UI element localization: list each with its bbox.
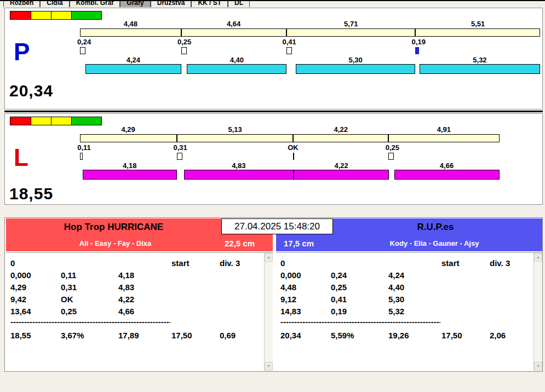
scroll-up-icon[interactable]: ▲: [265, 253, 273, 262]
pass-sensor-marker: [415, 47, 419, 54]
pass-time: OK: [61, 295, 118, 304]
total-time: 20,34: [280, 331, 331, 340]
tab-label: Kombi. Graf: [76, 1, 114, 7]
status-box-yellow: [31, 117, 51, 125]
totals-row: 20,34 5,59% 19,26 17,50 2,06: [280, 329, 533, 341]
status-box-yellow: [51, 117, 72, 125]
team-dogs-right: Kody - Elia - Gauner - Ajsy: [326, 239, 542, 247]
table-row: 0,000 0,11 4,18: [10, 269, 264, 281]
run-bar-segment: [83, 170, 177, 180]
run-bar-segment: [85, 64, 181, 74]
tab-cidla[interactable]: Cidla: [40, 1, 69, 7]
status-box-yellow: [51, 11, 72, 20]
race-timestamp: 27.04.2025 15:48:20: [221, 218, 333, 234]
team-panel-right: R.U.P.es 17,5 cm Kody - Elia - Gauner - …: [276, 218, 542, 371]
pass-time-label: 0,25: [177, 38, 191, 46]
run-time: 4,22: [118, 295, 171, 304]
split-time-label: 5,51: [471, 20, 485, 28]
team-panel-left: Hop Trop HURRICANE Ali - Easy - Fay - Di…: [6, 218, 273, 371]
scroll-up-icon[interactable]: ▲: [534, 253, 542, 262]
pass-time-label: 0,41: [283, 38, 296, 46]
col-zero: 0: [10, 258, 61, 268]
pass-time: 0,11: [61, 270, 118, 280]
run-time: 5,32: [388, 307, 441, 316]
split-time-label: 4,64: [227, 20, 240, 28]
tab-rozbeh[interactable]: Rozbeh: [3, 1, 40, 7]
status-box-red: [10, 117, 31, 125]
time-difference: 0,69: [220, 331, 264, 340]
pass-time-label: 0,19: [412, 38, 426, 46]
run-time: 4,24: [388, 270, 441, 280]
pass-sensor-marker: [177, 153, 182, 160]
split-bar-segment: [415, 28, 540, 37]
pass-sensor-marker: [293, 153, 294, 160]
cum-time: 0,000: [280, 270, 331, 280]
tab-label: Družstva: [157, 1, 185, 7]
race-table-right: 0 start div. 3 0,000 0,24 4,24 4,48 0,25: [276, 252, 542, 371]
scroll-down-icon[interactable]: ▼: [265, 362, 273, 371]
app-window: Rozbeh Cidla Kombi. Graf Grafy Družstva …: [0, 0, 545, 392]
table-scrollbar[interactable]: ▲ ▼: [533, 253, 542, 371]
run-time: 4,40: [388, 283, 441, 292]
tab-label: DL: [234, 1, 243, 7]
team-dogs-left: Ali - Easy - Fay - Dixa: [6, 239, 225, 247]
lane-l-chart: 4,29 5,13 4,22 4,91 0,11 0,31 OK 0,25: [80, 114, 540, 204]
table-row: 9,42 OK 4,22: [10, 293, 264, 305]
split-bar: [80, 134, 540, 142]
run-time-label: 4,22: [334, 162, 348, 170]
lane-divider: [4, 111, 543, 112]
table-row: 9,12 0,41 5,30: [280, 293, 533, 305]
pass-sensor-marker: [181, 47, 187, 54]
tab-kombi-graf[interactable]: Kombi. Graf: [70, 1, 121, 7]
table-separator: ----------------------------------------…: [280, 317, 440, 327]
tab-grafy[interactable]: Grafy: [120, 1, 150, 7]
pass-time: 0,31: [61, 283, 118, 292]
cum-time: 0,000: [10, 270, 61, 280]
scroll-down-icon[interactable]: ▼: [534, 362, 542, 371]
tab-kk-st[interactable]: KK / ST: [191, 1, 228, 7]
tab-dl[interactable]: DL: [228, 1, 250, 7]
jump-height-right: 17,5 cm: [276, 239, 326, 248]
reference-time: 17,50: [171, 331, 220, 340]
status-box-yellow: [31, 11, 51, 20]
split-bar-segment: [80, 28, 181, 37]
run-time: 5,30: [388, 295, 441, 304]
lane-l-total-time: 18,55: [9, 185, 53, 203]
lane-p-total-time: 20,34: [9, 82, 53, 100]
pass-time-label: 0,31: [173, 143, 187, 152]
split-time-label: 4,48: [124, 20, 137, 28]
table-scrollbar[interactable]: ▲ ▼: [264, 253, 273, 371]
run-bar-segment: [296, 64, 416, 74]
cum-time: 4,48: [280, 283, 331, 292]
split-time-label: 4,29: [122, 125, 135, 134]
lane-letter-p: P: [14, 40, 30, 64]
run-time-label: 4,24: [127, 56, 140, 64]
lane-panel-p: 4,48 4,64 5,71 5,51 0,24 0,25 0,41 0,19: [4, 8, 543, 109]
reference-time: 17,50: [441, 331, 490, 340]
col-zero: 0: [280, 258, 331, 268]
split-bar-segment: [293, 134, 388, 142]
table-header-row: 0 start div. 3: [280, 257, 533, 269]
total-percent: 3,67%: [61, 331, 118, 340]
lane-letter-l: L: [14, 146, 28, 170]
split-bar-segment: [286, 28, 416, 37]
pass-sensor-marker: [80, 47, 85, 54]
tab-label: KK / ST: [198, 1, 221, 7]
run-bar-segment: [294, 170, 389, 180]
totals-row: 18,55 3,67% 17,89 17,50 0,69: [10, 329, 264, 341]
status-box-red: [10, 11, 31, 20]
pass-time: 0,19: [331, 307, 388, 316]
tab-bar: Rozbeh Cidla Kombi. Graf Grafy Družstva …: [3, 1, 545, 7]
runs-sum: 17,89: [118, 331, 171, 340]
tab-label: Grafy: [127, 1, 144, 7]
cum-time: 9,12: [280, 295, 331, 304]
col-div: div. 3: [220, 258, 264, 268]
split-bar-segment: [80, 134, 177, 142]
table-row: 4,48 0,25 4,40: [280, 281, 533, 293]
pass-sensor-marker: [80, 153, 83, 160]
results-section: 27.04.2025 15:48:20 Hop Trop HURRICANE A…: [4, 217, 543, 372]
run-bar-segment: [394, 170, 500, 180]
tab-druzstva[interactable]: Družstva: [151, 1, 192, 7]
table-header-row: 0 start div. 3: [10, 257, 264, 269]
run-time: 4,66: [118, 307, 171, 316]
